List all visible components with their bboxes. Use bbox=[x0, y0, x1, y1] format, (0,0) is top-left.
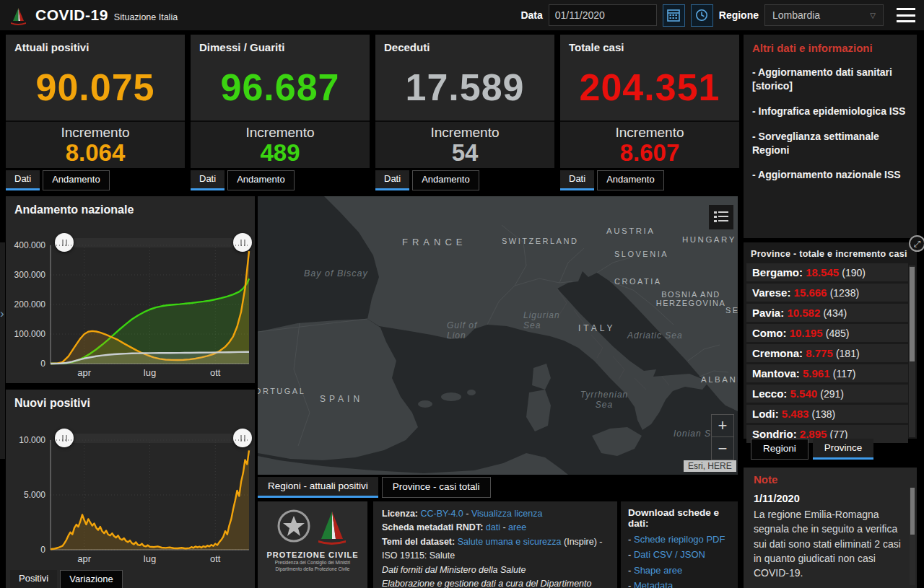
province-row[interactable]: Pavia: 10.582 (434) bbox=[746, 304, 908, 322]
card-tabs: Dati Andamento bbox=[6, 170, 110, 190]
map-zoom-controls: + − bbox=[711, 414, 734, 460]
tab-andamento[interactable]: Andamento bbox=[43, 170, 110, 190]
province-row[interactable]: Mantova: 5.961 (117) bbox=[746, 364, 908, 382]
menu-icon[interactable] bbox=[897, 8, 915, 22]
card-tabs: Dati Andamento bbox=[191, 170, 295, 190]
note-scrollbar-thumb[interactable] bbox=[910, 488, 915, 535]
province-scrollbar-thumb[interactable] bbox=[910, 267, 915, 361]
tab-andamento[interactable]: Andamento bbox=[227, 170, 295, 190]
time-button[interactable] bbox=[691, 4, 713, 27]
download-pdf-link[interactable]: - Schede riepilogo PDF bbox=[628, 532, 731, 547]
license-line-2: Scheda metadati RNDT: dati - aree bbox=[382, 521, 609, 535]
province-row[interactable]: Bergamo: 18.545 (190) bbox=[746, 263, 908, 281]
card-title: Totale casi bbox=[560, 35, 739, 53]
note-title: Note bbox=[754, 473, 907, 486]
province-row[interactable]: Varese: 15.666 (1238) bbox=[746, 284, 908, 302]
card-title: Attuali positivi bbox=[6, 35, 185, 53]
download-title: Download schede e dati: bbox=[628, 507, 731, 529]
tab-variazione[interactable]: Variazione bbox=[60, 570, 122, 588]
altri-dati-panel: Altri dati e informazioni - Aggiornament… bbox=[744, 35, 917, 238]
legend-button[interactable] bbox=[709, 205, 733, 229]
expand-panel-chevron-icon[interactable]: › bbox=[0, 307, 4, 321]
logo-subtitle-2: Dipartimento della Protezione Civile bbox=[258, 566, 367, 572]
rndt-aree-link[interactable]: aree bbox=[508, 522, 526, 532]
province-scrollbar[interactable] bbox=[909, 266, 915, 437]
download-metadata-link[interactable]: - Metadata bbox=[628, 578, 731, 588]
calendar-icon bbox=[667, 9, 680, 22]
rndt-dati-link[interactable]: dati bbox=[486, 522, 500, 532]
card-increment: Incremento 489 bbox=[191, 120, 370, 168]
tab-andamento[interactable]: Andamento bbox=[412, 170, 479, 190]
zoom-in-button[interactable]: + bbox=[712, 415, 733, 437]
calendar-button[interactable] bbox=[663, 4, 685, 27]
panel-title: Altri dati e informazioni bbox=[752, 42, 908, 54]
nuovi-positivi-tabs: Positivi Variazione bbox=[10, 570, 123, 588]
license-line-5: Elaborazione e gestione dati a cura del … bbox=[382, 577, 609, 588]
license-line-1: Licenza: CC-BY-4.0 - Visualizza licenza bbox=[382, 507, 609, 521]
visualizza-licenza-link[interactable]: Visualizza licenza bbox=[471, 509, 542, 519]
card-increment: Incremento 8.607 bbox=[560, 120, 739, 168]
svg-text:lug: lug bbox=[144, 367, 156, 378]
card-deceduti: Deceduti 17.589 Incremento 54 bbox=[375, 35, 554, 168]
increment-label: Incremento bbox=[375, 125, 554, 141]
note-scrollbar[interactable] bbox=[910, 488, 915, 585]
tab-andamento[interactable]: Andamento bbox=[597, 170, 664, 190]
regione-select[interactable]: Lombardia ▽ bbox=[764, 4, 884, 26]
card-attuali-positivi: Attuali positivi 90.075 Incremento 8.064 bbox=[6, 35, 185, 168]
svg-text:apr: apr bbox=[77, 553, 91, 564]
province-row[interactable]: Lecco: 5.540 (291) bbox=[746, 385, 908, 403]
province-row[interactable]: Como: 10.195 (485) bbox=[746, 324, 908, 342]
svg-text:100.000: 100.000 bbox=[14, 329, 46, 339]
svg-text:10.000: 10.000 bbox=[19, 435, 45, 445]
cc-by-link[interactable]: CC-BY-4.0 bbox=[421, 509, 463, 519]
nuovi-positivi-panel: Nuovi positivi 05.00010.000aprlugott Pos… bbox=[6, 390, 255, 588]
province-row[interactable]: Lodi: 5.483 (138) bbox=[746, 405, 908, 423]
panel-title: Andamento nazionale bbox=[6, 196, 255, 216]
card-tabs: Dati Andamento bbox=[560, 170, 664, 190]
app-title: COVID-19 bbox=[35, 6, 108, 24]
map[interactable]: FRANCE SWITZERLAND AUSTRIA HUNGARY SLOVE… bbox=[258, 196, 738, 475]
svg-text:400.000: 400.000 bbox=[14, 240, 46, 250]
link-sorveglianza-regioni[interactable]: - Sorveglianza settimanale Regioni bbox=[752, 130, 908, 157]
download-links: - Schede riepilogo PDF - Dati CSV / JSON… bbox=[628, 532, 731, 588]
link-aggiornamento-nazionale-iss[interactable]: - Aggiornamento nazionale ISS bbox=[752, 168, 908, 182]
license-line-3: Temi del dataset: Salute umana e sicurez… bbox=[382, 535, 609, 563]
tab-dati[interactable]: Dati bbox=[6, 170, 40, 190]
tab-province[interactable]: Province bbox=[813, 439, 874, 460]
expand-panel-button[interactable]: ⤢ bbox=[909, 235, 924, 252]
tab-province-casi-totali[interactable]: Province - casi totali bbox=[382, 477, 491, 498]
salute-umana-link[interactable]: Salute umana e sicurezza bbox=[458, 537, 562, 547]
link-aggiornamento-dati-sanitari[interactable]: - Aggiornamento dati sanitari [storico] bbox=[752, 66, 908, 93]
tab-regioni[interactable]: Regioni bbox=[751, 439, 808, 460]
province-row[interactable]: Cremona: 8.775 (181) bbox=[746, 344, 908, 362]
map-basemap bbox=[258, 196, 738, 475]
protezione-civile-emblems bbox=[275, 507, 350, 545]
tab-dati[interactable]: Dati bbox=[375, 170, 409, 190]
map-tabs: Regioni - attuali positivi Province - ca… bbox=[258, 477, 491, 498]
collapsed-panel-strip bbox=[0, 242, 5, 459]
andamento-nazionale-chart[interactable]: 0100.000200.000300.000400.000aprlugott bbox=[6, 237, 255, 381]
tab-dati[interactable]: Dati bbox=[560, 170, 594, 190]
increment-value: 8.064 bbox=[6, 141, 185, 164]
province-panel: ⤢ Province - totale e incremento casi Be… bbox=[744, 242, 917, 439]
note-text: La regione Emilia-Romagna segnala che in… bbox=[754, 507, 907, 580]
protezione-civile-logo-box: PROTEZIONE CIVILE Presidenza del Consigl… bbox=[258, 501, 367, 588]
tab-regioni-attuali-positivi[interactable]: Regioni - attuali positivi bbox=[258, 477, 378, 498]
license-line-4: Dati forniti dal Ministero della Salute bbox=[382, 563, 609, 577]
nuovi-positivi-chart[interactable]: 05.00010.000aprlugott bbox=[6, 433, 255, 567]
card-dimessi-guariti: Dimessi / Guariti 96.687 Incremento 489 bbox=[191, 35, 370, 168]
svg-text:0: 0 bbox=[40, 545, 45, 555]
zoom-out-button[interactable]: − bbox=[712, 437, 733, 460]
download-csv-json-link[interactable]: - Dati CSV / JSON bbox=[628, 547, 731, 562]
increment-value: 54 bbox=[375, 141, 554, 164]
card-tabs: Dati Andamento bbox=[375, 170, 479, 190]
covid-dashboard: COVID-19 Situazione Italia Data Regione bbox=[0, 0, 924, 588]
download-shape-link[interactable]: - Shape aree bbox=[628, 563, 731, 578]
logo-title: PROTEZIONE CIVILE bbox=[258, 550, 367, 559]
data-label: Data bbox=[520, 9, 542, 21]
date-input[interactable] bbox=[549, 4, 657, 26]
tab-dati[interactable]: Dati bbox=[191, 170, 225, 190]
license-box: Licenza: CC-BY-4.0 - Visualizza licenza … bbox=[373, 501, 617, 588]
tab-positivi[interactable]: Positivi bbox=[10, 570, 57, 588]
link-infografica-iss[interactable]: - Infografica epidemiologica ISS bbox=[752, 105, 908, 118]
